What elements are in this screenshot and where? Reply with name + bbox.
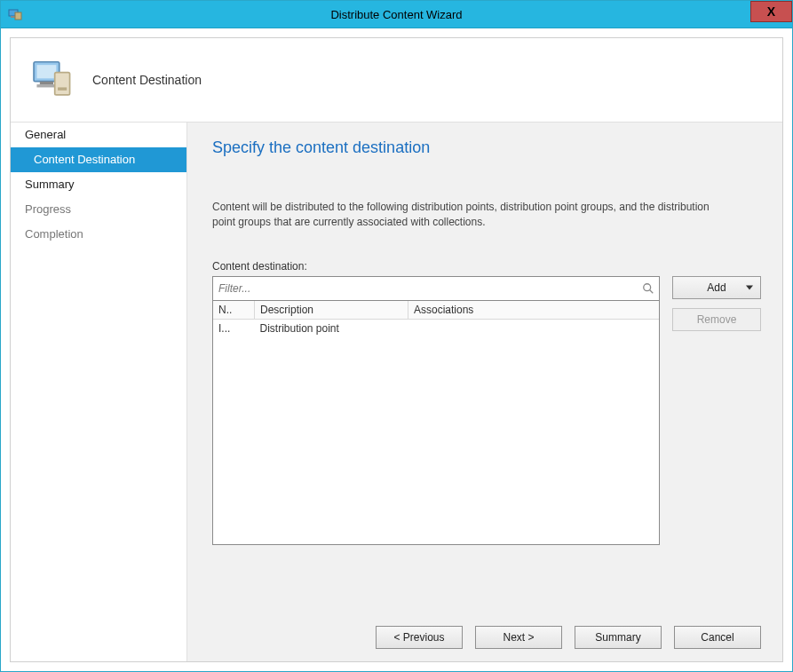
column-header-associations[interactable]: Associations	[408, 301, 660, 320]
column-header-description[interactable]: Description	[255, 301, 408, 320]
app-icon	[8, 7, 22, 21]
titlebar: Distribute Content Wizard X	[1, 1, 792, 28]
header-icon	[27, 56, 80, 104]
cell-name: I...	[213, 319, 255, 337]
wizard-steps-sidebar: General Content Destination Summary Prog…	[11, 123, 187, 661]
wizard-window: Distribute Content Wizard X Content Dest…	[0, 0, 793, 672]
add-button[interactable]: Add	[672, 276, 761, 299]
step-completion[interactable]: Completion	[11, 222, 186, 247]
table-row[interactable]: I... Distribution point	[213, 319, 659, 337]
cell-description: Distribution point	[255, 319, 408, 337]
cell-associations	[408, 319, 660, 337]
cancel-button[interactable]: Cancel	[674, 626, 761, 649]
svg-point-9	[644, 283, 651, 290]
content-destination-label: Content destination:	[212, 260, 761, 273]
search-icon[interactable]	[641, 281, 655, 296]
svg-line-10	[650, 289, 654, 293]
content-destination-row: N.. Description Associations I... Distri…	[212, 276, 761, 545]
svg-rect-6	[36, 84, 56, 87]
step-label: Completion	[25, 227, 83, 241]
wizard-main-panel: Specify the content destination Content …	[187, 123, 782, 661]
step-label: Content Destination	[34, 153, 135, 166]
content-destination-table-wrap: N.. Description Associations I... Distri…	[212, 301, 660, 545]
previous-button[interactable]: < Previous	[376, 626, 463, 649]
step-label: Progress	[25, 202, 71, 216]
content-destination-buttons: Add Remove	[672, 276, 761, 331]
add-button-label: Add	[707, 281, 726, 294]
close-icon: X	[767, 4, 775, 19]
main-description: Content will be distributed to the follo…	[212, 200, 710, 230]
remove-button: Remove	[672, 308, 761, 331]
filter-box	[212, 276, 660, 301]
svg-rect-7	[55, 73, 70, 95]
svg-rect-2	[15, 12, 21, 20]
svg-rect-8	[58, 87, 67, 90]
filter-input[interactable]	[217, 281, 641, 296]
step-general[interactable]: General	[11, 123, 186, 147]
next-button[interactable]: Next >	[475, 626, 562, 649]
wizard-body: General Content Destination Summary Prog…	[11, 123, 782, 661]
step-label: General	[25, 128, 66, 141]
summary-button[interactable]: Summary	[575, 626, 662, 649]
column-header-name[interactable]: N..	[213, 301, 255, 320]
window-title: Distribute Content Wizard	[1, 8, 792, 21]
svg-rect-5	[40, 82, 53, 84]
step-label: Summary	[25, 178, 75, 191]
wizard-header: Content Destination	[11, 38, 782, 123]
close-button[interactable]: X	[750, 1, 792, 22]
chevron-down-icon	[746, 285, 753, 289]
step-summary[interactable]: Summary	[11, 172, 186, 197]
svg-rect-4	[36, 65, 56, 78]
content-destination-list-area: N.. Description Associations I... Distri…	[212, 276, 660, 545]
step-content-destination[interactable]: Content Destination	[11, 147, 186, 172]
content-destination-table: N.. Description Associations I... Distri…	[213, 301, 659, 337]
remove-button-label: Remove	[697, 313, 737, 326]
step-progress[interactable]: Progress	[11, 197, 186, 222]
header-title: Content Destination	[92, 73, 202, 87]
wizard-inner: Content Destination General Content Dest…	[10, 37, 783, 662]
wizard-footer: < Previous Next > Summary Cancel	[212, 601, 761, 649]
main-heading: Specify the content destination	[212, 138, 761, 157]
